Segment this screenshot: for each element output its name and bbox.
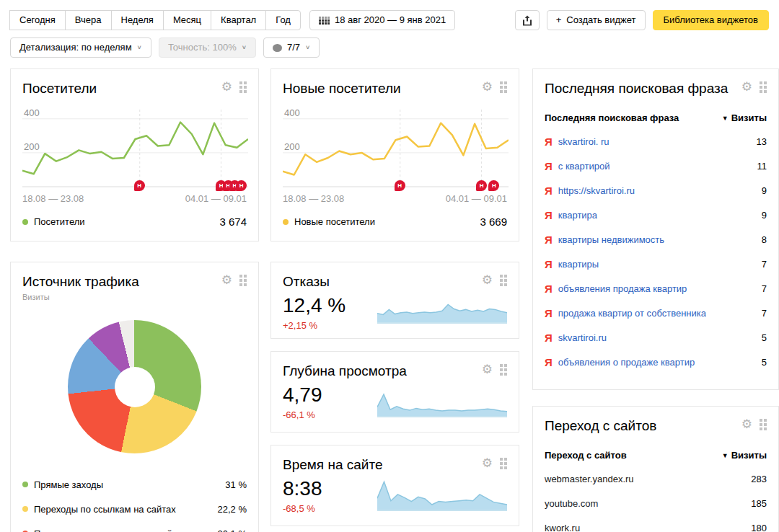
date-range-button[interactable]: 18 авг 2020 — 9 янв 2021 xyxy=(309,10,455,30)
drag-handle-icon[interactable] xyxy=(760,419,767,430)
gear-icon[interactable]: ⚙ xyxy=(482,457,493,469)
plus-icon: + xyxy=(556,11,562,30)
column-header-visits[interactable]: ▼Визиты xyxy=(722,112,767,123)
period-button[interactable]: Месяц xyxy=(163,10,211,30)
y-axis-tick: 400 xyxy=(24,107,43,118)
traffic-source-pie-chart[interactable] xyxy=(68,320,201,453)
notes-count: 7/7 xyxy=(287,38,300,57)
phrase-link[interactable]: продажа квартир от собственника xyxy=(558,308,706,319)
widget-referral-sites: Переход с сайтов ⚙ Переход с сайтов ▼Виз… xyxy=(532,406,779,532)
visits-value: 5 xyxy=(754,332,767,343)
drag-handle-icon[interactable] xyxy=(500,275,507,286)
calendar-icon xyxy=(319,17,330,25)
gear-icon[interactable]: ⚙ xyxy=(482,363,493,376)
legend-label: Переходы из социальных сетей xyxy=(34,528,172,532)
phrase-link[interactable]: skvartiroi.ru xyxy=(558,332,607,343)
time-sparkline[interactable] xyxy=(377,476,507,514)
gear-icon[interactable]: ⚙ xyxy=(221,81,232,93)
table-row: Я продажа квартир от собственника 7 xyxy=(545,301,767,325)
search-phrase-rows: Я skvartiroi. ru 13 Я с квартирой 11 Я h… xyxy=(545,129,767,374)
y-axis-tick: 200 xyxy=(24,141,43,152)
visits-value: 283 xyxy=(744,474,767,484)
y-axis-tick: 200 xyxy=(284,141,303,152)
legend-label: Переходы по ссылкам на сайтах xyxy=(34,504,176,515)
toolbar-actions: + Создать виджет Библиотека виджетов xyxy=(515,10,769,30)
visits-value: 180 xyxy=(744,523,767,532)
gear-icon[interactable]: ⚙ xyxy=(221,274,232,286)
period-button[interactable]: Квартал xyxy=(211,10,266,30)
export-button[interactable] xyxy=(515,10,540,30)
legend-label: Новые посетители xyxy=(294,216,375,227)
note-annotation-badge[interactable]: Н xyxy=(236,180,247,191)
phrase-link[interactable]: квартиры недвижимость xyxy=(558,234,664,245)
visitors-line-chart[interactable]: 400200ННННН xyxy=(22,107,247,187)
table-row: Я skvartiroi.ru 5 xyxy=(545,325,767,350)
new-visitors-line-chart[interactable]: 400200ННН xyxy=(283,107,507,187)
visits-value: 11 xyxy=(750,161,767,172)
gear-icon[interactable]: ⚙ xyxy=(741,81,752,93)
note-annotation-badge[interactable]: Н xyxy=(134,180,145,191)
note-annotation-badge[interactable]: Н xyxy=(395,180,405,191)
yandex-icon: Я xyxy=(545,258,553,270)
legend-label: Прямые заходы xyxy=(34,479,103,490)
phrase-link[interactable]: квартира xyxy=(558,210,597,221)
yandex-icon: Я xyxy=(545,283,553,295)
table-row: Я объявления о продаже квартир 5 xyxy=(545,350,767,374)
widget-library-button[interactable]: Библиотека виджетов xyxy=(653,10,770,30)
table-row: kwork.ru 180 xyxy=(545,515,767,532)
column-header-visits[interactable]: ▼Визиты xyxy=(722,450,767,461)
gear-icon[interactable]: ⚙ xyxy=(741,418,752,430)
visits-value: 7 xyxy=(754,259,767,270)
detalization-dropdown[interactable]: Детализация: по неделям ∨ xyxy=(10,37,151,58)
visits-value: 7 xyxy=(754,283,767,294)
yandex-icon: Я xyxy=(545,356,553,368)
period-button[interactable]: Сегодня xyxy=(9,10,66,30)
yandex-icon: Я xyxy=(545,209,553,221)
note-annotation-badge[interactable]: Н xyxy=(476,180,487,191)
yandex-icon: Я xyxy=(545,234,553,246)
period-button[interactable]: Неделя xyxy=(111,10,164,30)
gear-icon[interactable]: ⚙ xyxy=(482,274,493,286)
drag-handle-icon[interactable] xyxy=(500,458,507,469)
phrase-link[interactable]: skvartiroi. ru xyxy=(558,136,609,147)
yandex-icon: Я xyxy=(545,185,553,197)
widget-visitors: Посетители ⚙ 400200ННННН 18.08 — 23.08 0… xyxy=(10,68,259,241)
x-axis-label-right: 04.01 — 09.01 xyxy=(446,193,507,204)
legend-dot xyxy=(22,506,28,512)
legend-value: 31 % xyxy=(225,479,247,490)
legend-dot xyxy=(283,219,289,225)
phrase-link[interactable]: объявления о продаже квартир xyxy=(558,357,695,368)
table-row: Я с квартирой 11 xyxy=(545,154,767,178)
phrase-link[interactable]: https://skvartiroi.ru xyxy=(558,185,635,196)
depth-sparkline[interactable] xyxy=(377,383,507,420)
site-label: youtube.com xyxy=(545,498,598,509)
phrase-link[interactable]: объявления продажа квартир xyxy=(558,283,687,294)
legend-row: Переходы по ссылкам на сайтах 22,2 % xyxy=(22,497,247,521)
drag-handle-icon[interactable] xyxy=(239,81,247,93)
drag-handle-icon[interactable] xyxy=(760,81,767,93)
share-icon xyxy=(522,15,532,26)
phrase-link[interactable]: квартиры xyxy=(558,259,599,270)
note-annotation-badge[interactable]: Н xyxy=(488,180,499,191)
drag-handle-icon[interactable] xyxy=(500,81,507,93)
table-row: Я квартира 9 xyxy=(545,203,767,227)
legend-value: 20,1 % xyxy=(218,528,247,532)
bounce-sparkline[interactable] xyxy=(377,289,507,327)
y-axis-tick: 400 xyxy=(284,107,303,118)
table-row: Я skvartiroi. ru 13 xyxy=(545,129,767,154)
column-header-phrase[interactable]: Последняя поисковая фраза xyxy=(545,112,679,123)
period-button[interactable]: Вчера xyxy=(65,10,112,30)
gear-icon[interactable]: ⚙ xyxy=(482,81,493,93)
create-widget-button[interactable]: + Создать виджет xyxy=(547,10,646,30)
column-header-site[interactable]: Переход с сайтов xyxy=(545,450,627,461)
site-label: webmaster.yandex.ru xyxy=(545,474,634,484)
comment-icon xyxy=(273,44,282,52)
metrica-dashboard: СегодняВчераНеделяМесяцКварталГод 18 авг… xyxy=(0,0,779,532)
widget-title: Глубина просмотра xyxy=(283,363,407,379)
drag-handle-icon[interactable] xyxy=(500,364,507,376)
notes-dropdown[interactable]: 7/7 ∨ xyxy=(263,37,320,58)
referral-site-rows: webmaster.yandex.ru 283 youtube.com 185 … xyxy=(545,466,767,532)
drag-handle-icon[interactable] xyxy=(239,275,247,286)
phrase-link[interactable]: с квартирой xyxy=(558,161,610,172)
period-button[interactable]: Год xyxy=(265,10,301,30)
